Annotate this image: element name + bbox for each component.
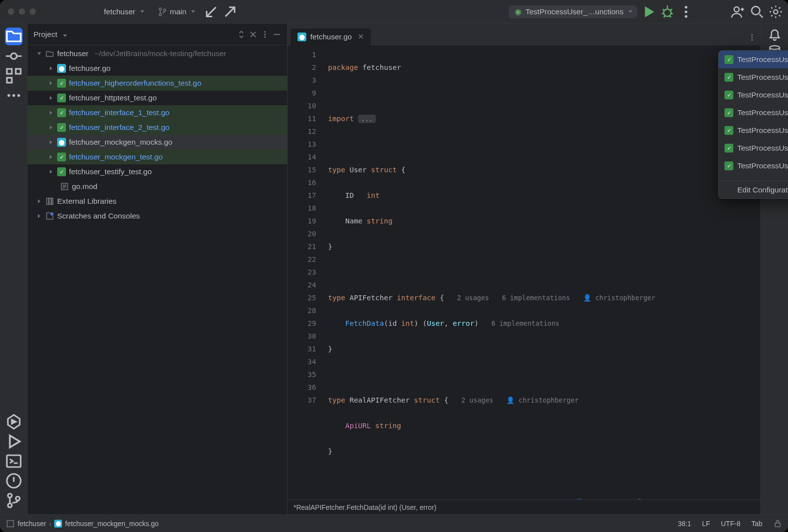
file-row[interactable]: ⬤fetchuser.go — [28, 61, 287, 76]
popup-item-selected[interactable]: ✓ TestProcessUser_All — [719, 51, 788, 68]
code-area[interactable]: 1 2 3 9 10 11 12 13 14 15 16 17 18 19 20… — [288, 45, 760, 500]
file-row-selected[interactable]: ⬤fetchuser_mockgen_mocks.go — [28, 135, 287, 150]
popup-item[interactable]: ✓TestProcessUser_Mockgen — [719, 139, 788, 157]
indent[interactable]: Tab — [751, 520, 762, 528]
close-panel-icon[interactable] — [249, 30, 258, 39]
expand-icon[interactable] — [47, 66, 54, 70]
editor-tab[interactable]: ⬤ fetchuser.go ✕ — [291, 29, 371, 45]
popup-item[interactable]: ✓TestProcessUser_HttpTest — [719, 104, 788, 122]
folder-icon — [45, 49, 54, 58]
hide-panel-icon[interactable] — [272, 30, 281, 39]
test-config-icon: ✓ — [724, 91, 733, 99]
svg-point-1 — [159, 13, 162, 16]
file-row[interactable]: ✓fetchuser_mockgen_test.go — [28, 150, 287, 164]
svg-point-16 — [17, 94, 20, 97]
svg-point-22 — [264, 31, 265, 32]
svg-point-8 — [752, 6, 760, 15]
collab-icon[interactable] — [731, 4, 746, 19]
close-tab-icon[interactable]: ✕ — [358, 32, 364, 41]
expand-icon[interactable] — [47, 170, 54, 174]
incoming-icon[interactable] — [204, 4, 219, 19]
project-tool-button[interactable] — [5, 28, 23, 45]
project-name: fetchuser — [104, 7, 135, 16]
popup-item[interactable]: ✓TestProcessUser_TestifyMock — [719, 157, 788, 175]
svg-point-10 — [11, 53, 17, 59]
svg-rect-26 — [47, 198, 49, 205]
panel-more-icon[interactable] — [261, 30, 269, 39]
edit-configurations[interactable]: Edit Configurations… — [719, 181, 788, 198]
expand-icon[interactable] — [35, 214, 42, 218]
more-tools-icon[interactable] — [5, 87, 23, 104]
file-row[interactable]: ✓fetchuser_interface_2_test.go — [28, 120, 287, 135]
titlebar: fetchuser main ◉ TestProcessUser_…unctio… — [0, 0, 788, 24]
expand-icon[interactable] — [47, 155, 54, 159]
expand-icon[interactable] — [47, 111, 54, 115]
svg-point-38 — [770, 46, 780, 49]
breadcrumbs[interactable]: fetchuser › ⬤ fetchuser_mockgen_mocks.go — [6, 519, 159, 528]
encoding[interactable]: UTF-8 — [721, 520, 741, 528]
structure-tool-button[interactable] — [5, 67, 23, 85]
scratches[interactable]: Scratches and Consoles — [28, 209, 287, 223]
svg-point-32 — [751, 36, 753, 38]
project-view-chev[interactable] — [61, 30, 67, 39]
settings-icon[interactable] — [768, 4, 783, 19]
go-file-icon: ⬤ — [57, 64, 66, 73]
run-tool-button[interactable] — [5, 433, 23, 450]
test-config-icon: ◉ — [514, 7, 523, 16]
tree-root[interactable]: fetchuser ~/dev/JetBrains/mock-testing/f… — [28, 46, 287, 61]
file-row[interactable]: go.mod — [28, 179, 287, 194]
expand-icon[interactable] — [47, 125, 54, 129]
test-config-icon: ✓ — [724, 55, 733, 64]
problems-tool-button[interactable] — [5, 472, 23, 490]
external-libs[interactable]: External Libraries — [28, 194, 287, 209]
expand-icon[interactable] — [35, 199, 42, 203]
status-bar: fetchuser › ⬤ fetchuser_mockgen_mocks.go… — [0, 514, 788, 532]
caret-position[interactable]: 38:1 — [678, 520, 691, 528]
popup-item[interactable]: ✓TestProcessUser_InterfaceMock1 — [719, 68, 788, 86]
notifications-icon[interactable] — [767, 28, 782, 42]
search-icon[interactable] — [750, 4, 764, 19]
branch-selector[interactable]: main — [153, 5, 200, 18]
code-text[interactable]: package fetchuser import ... type User s… — [323, 45, 760, 500]
svg-point-23 — [264, 33, 265, 35]
expand-icon[interactable] — [47, 96, 54, 100]
window-controls — [8, 8, 36, 15]
run-button[interactable] — [641, 4, 656, 19]
project-panel-title: Project — [33, 30, 57, 39]
popup-item[interactable]: ✓TestProcessUser_InterfaceMock2 — [719, 86, 788, 104]
min-dot[interactable] — [19, 8, 25, 15]
tab-more-icon[interactable] — [748, 33, 756, 42]
expand-icon[interactable] — [35, 52, 42, 56]
svg-point-6 — [685, 15, 687, 17]
terminal-tool-button[interactable] — [5, 452, 23, 470]
commit-tool-button[interactable] — [5, 47, 23, 65]
expand-icon[interactable] — [47, 81, 54, 85]
more-run-icon[interactable] — [679, 4, 693, 19]
svg-point-5 — [685, 10, 687, 13]
svg-rect-11 — [7, 69, 12, 74]
test-config-icon: ✓ — [724, 161, 733, 170]
file-row[interactable]: ✓fetchuser_interface_1_test.go — [28, 105, 287, 120]
run-config-selector[interactable]: ◉ TestProcessUser_…unctions — [509, 5, 637, 18]
line-ending[interactable]: LF — [702, 520, 710, 528]
expand-icon[interactable] — [47, 140, 54, 144]
outgoing-icon[interactable] — [223, 4, 237, 19]
project-tree[interactable]: fetchuser ~/dev/JetBrains/mock-testing/f… — [28, 45, 287, 514]
file-row[interactable]: ✓fetchuser_higherorderfunctions_test.go — [28, 76, 287, 91]
run-config-popup: ✓ TestProcessUser_All ✓TestProcessUser_I… — [718, 50, 788, 199]
root-name: fetchuser — [57, 49, 89, 58]
vcs-tool-button[interactable] — [5, 492, 23, 509]
close-dot[interactable] — [8, 8, 14, 15]
project-panel: Project fetchuser ~/dev/JetBrains/mock-t… — [28, 24, 288, 514]
svg-point-21 — [16, 497, 20, 501]
project-selector[interactable]: fetchuser — [99, 5, 149, 18]
expand-collapse-icon[interactable] — [237, 30, 246, 39]
file-row[interactable]: ✓fetchuser_testify_test.go — [28, 164, 287, 179]
popup-item[interactable]: ✓TestProcessUser_HigherOrderFunctions — [719, 122, 788, 139]
file-row[interactable]: ✓fetchuser_httptest_test.go — [28, 91, 287, 105]
max-dot[interactable] — [30, 8, 36, 15]
services-tool-button[interactable] — [5, 413, 23, 431]
debug-button[interactable] — [660, 4, 675, 19]
svg-point-2 — [164, 9, 166, 11]
readonly-lock-icon[interactable] — [773, 519, 782, 528]
